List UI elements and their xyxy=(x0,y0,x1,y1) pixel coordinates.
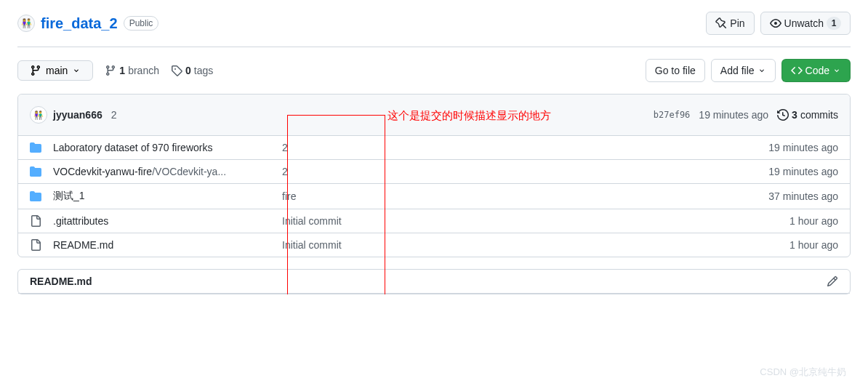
commit-header-left: 👫 jyyuan666 2 xyxy=(30,106,117,124)
commit-time-cell: 19 minutes ago xyxy=(768,166,838,177)
commit-time-cell: 19 minutes ago xyxy=(768,142,838,153)
file-name-link[interactable]: .gitattributes xyxy=(53,215,108,227)
annotation-text: 这个是提交的时候描述显示的地方 xyxy=(387,109,551,123)
commits-history-link[interactable]: 3 commits xyxy=(777,109,838,121)
owner-avatar[interactable]: 👫 xyxy=(17,15,35,32)
repo-name-link[interactable]: fire_data_2 xyxy=(41,15,118,32)
branch-label: branch xyxy=(128,65,159,76)
file-name-cell: Laboratory dataset of 970 fireworks xyxy=(53,142,282,153)
commits-label: commits xyxy=(800,109,838,121)
pin-label: Pin xyxy=(730,16,744,31)
directory-icon xyxy=(30,142,41,153)
pencil-icon xyxy=(827,276,838,287)
file-name-link[interactable]: Laboratory dataset of 970 fireworks xyxy=(53,142,212,153)
commit-message-link[interactable]: 2 xyxy=(282,142,288,153)
branches-link[interactable]: 1 branch xyxy=(105,65,159,76)
readme-box: README.md xyxy=(17,269,851,294)
header-divider xyxy=(17,47,851,47)
eye-icon xyxy=(770,17,781,29)
commit-message-link[interactable]: 2 xyxy=(282,166,288,177)
tags-link[interactable]: 0 tags xyxy=(171,65,213,76)
git-branch-icon xyxy=(105,65,116,76)
commit-time-cell: 1 hour ago xyxy=(789,215,838,227)
file-icon xyxy=(30,239,41,251)
commit-message-link[interactable]: Initial commit xyxy=(282,215,342,227)
pin-icon xyxy=(715,17,727,29)
code-label: Code xyxy=(805,63,829,78)
file-name-cell: 测试_1 xyxy=(53,190,282,203)
commit-time-link[interactable]: 19 minutes ago xyxy=(699,109,768,121)
file-icon xyxy=(30,215,41,227)
code-icon xyxy=(791,65,803,76)
file-name-cell: .gitattributes xyxy=(53,215,282,227)
file-row: README.mdInitial commit1 hour ago xyxy=(18,233,850,257)
add-file-label: Add file xyxy=(720,63,755,78)
commit-sha-link[interactable]: b27ef96 xyxy=(654,110,691,120)
file-name-link[interactable]: 测试_1 xyxy=(53,190,85,201)
commit-message-cell: fire xyxy=(282,190,768,202)
file-nav-right: Go to file Add file Code xyxy=(646,59,851,82)
edit-readme-button[interactable] xyxy=(827,276,838,287)
file-name-link[interactable]: VOCdevkit-yanwu-fire xyxy=(53,166,152,177)
file-name-cell: README.md xyxy=(53,239,282,251)
chevron-down-icon xyxy=(758,66,766,75)
git-branch-icon xyxy=(30,65,41,76)
commit-author-avatar[interactable]: 👫 xyxy=(30,106,47,124)
readme-filename-link[interactable]: README.md xyxy=(30,276,92,287)
commit-message-cell: 2 xyxy=(282,166,768,177)
readme-header: README.md xyxy=(18,270,850,294)
directory-icon xyxy=(30,190,41,202)
file-nav-left: main 1 branch 0 tags xyxy=(17,60,213,81)
branch-selector-button[interactable]: main xyxy=(17,60,93,81)
chevron-down-icon xyxy=(72,66,81,75)
commit-message-header[interactable]: 2 xyxy=(111,109,117,121)
history-icon xyxy=(777,109,789,121)
commit-message-cell: Initial commit xyxy=(282,215,789,227)
file-row: .gitattributesInitial commit1 hour ago xyxy=(18,209,850,233)
go-to-file-button[interactable]: Go to file xyxy=(646,59,705,82)
file-row: VOCdevkit-yanwu-fire/VOCdevkit-ya...219 … xyxy=(18,160,850,184)
commit-message-cell: Initial commit xyxy=(282,239,789,251)
repo-action-group: Pin Unwatch 1 xyxy=(706,12,851,35)
unwatch-button[interactable]: Unwatch 1 xyxy=(760,12,851,35)
commit-time-cell: 37 minutes ago xyxy=(768,190,838,202)
repo-title-wrap: 👫 fire_data_2 Public xyxy=(17,15,158,32)
commits-count: 3 xyxy=(792,109,797,121)
commit-time-cell: 1 hour ago xyxy=(789,239,838,251)
tag-icon xyxy=(171,65,182,76)
file-rows-container: Laboratory dataset of 970 fireworks219 m… xyxy=(18,136,850,257)
commit-author-link[interactable]: jyyuan666 xyxy=(53,109,103,121)
file-navigation: main 1 branch 0 tags Go to file Add file xyxy=(17,59,851,82)
tag-count: 0 xyxy=(185,65,191,76)
add-file-button[interactable]: Add file xyxy=(711,59,776,82)
branch-count: 1 xyxy=(119,65,125,76)
visibility-badge: Public xyxy=(124,16,159,31)
commit-message-link[interactable]: fire xyxy=(282,190,296,202)
file-row: 测试_1fire37 minutes ago xyxy=(18,184,850,209)
watch-counter: 1 xyxy=(827,17,841,30)
unwatch-label: Unwatch xyxy=(784,16,824,31)
file-row: Laboratory dataset of 970 fireworks219 m… xyxy=(18,136,850,160)
file-name-cell: VOCdevkit-yanwu-fire/VOCdevkit-ya... xyxy=(53,166,282,177)
pin-button[interactable]: Pin xyxy=(706,12,754,35)
repo-header: 👫 fire_data_2 Public Pin Unwatch 1 xyxy=(17,0,851,47)
directory-icon xyxy=(30,166,41,177)
file-tree-box: 👫 jyyuan666 2 b27ef96 19 minutes ago 3 c… xyxy=(17,94,851,257)
chevron-down-icon xyxy=(832,66,841,75)
code-button[interactable]: Code xyxy=(781,59,851,82)
commit-header-right: b27ef96 19 minutes ago 3 commits xyxy=(654,109,838,121)
tag-label: tags xyxy=(194,65,213,76)
commit-message-cell: 2 xyxy=(282,142,768,153)
file-name-muted: /VOCdevkit-ya... xyxy=(152,166,226,177)
commit-message-link[interactable]: Initial commit xyxy=(282,239,342,251)
current-branch-name: main xyxy=(46,65,68,76)
file-name-link[interactable]: README.md xyxy=(53,239,113,251)
